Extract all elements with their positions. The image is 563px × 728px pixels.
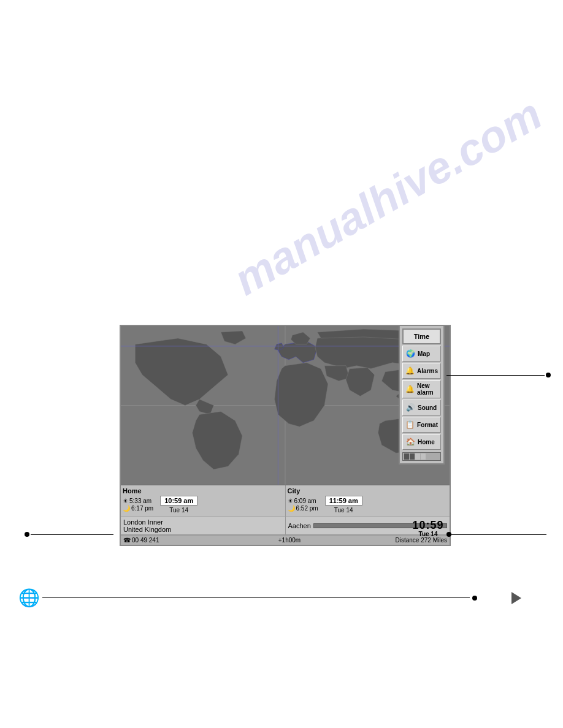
home-btn-label: Home — [418, 439, 435, 446]
city-section: City ☀ 6:09 am 🌙 6:52 pm 11:59 am — [286, 485, 450, 517]
format-btn-label: Format — [417, 422, 438, 428]
arrow-line-left-line — [31, 534, 113, 535]
battery-cell-1 — [404, 453, 409, 460]
bottom-line-section: 🌐 — [18, 588, 521, 608]
city-time-badge: 11:59 am — [325, 496, 362, 506]
city-label: City — [288, 487, 448, 495]
clock-line-right-dot — [446, 532, 451, 537]
city-date: Tue 14 — [334, 507, 353, 514]
sound-icon: 🔊 — [405, 403, 415, 412]
home-label: Home — [123, 487, 283, 495]
city-sunset: 6:52 pm — [296, 505, 318, 512]
alarms-btn-label: Alarms — [417, 368, 438, 374]
city-sun-times: ☀ 6:09 am 🌙 6:52 pm — [288, 498, 318, 512]
home-sun-times: ☀ 5:33 am 🌙 6:17 pm — [123, 498, 153, 512]
new-alarm-btn-label: New alarm — [417, 382, 438, 396]
battery-cell-4 — [421, 453, 426, 460]
sidebar-item-map[interactable]: 🌍 Map — [402, 346, 441, 362]
map-btn-label: Map — [418, 351, 430, 357]
sidebar-item-format[interactable]: 📋 Format — [402, 417, 441, 433]
battery-cell-3 — [415, 453, 420, 460]
phone-icon: ☎ — [123, 537, 131, 544]
sunrise-icon-home: ☀ — [123, 498, 128, 504]
home-time-badge: 10:59 am — [160, 496, 197, 506]
sidebar-item-sound[interactable]: 🔊 Sound — [402, 400, 441, 415]
clock-line-right — [446, 532, 546, 537]
sound-btn-label: Sound — [418, 404, 437, 411]
sunset-icon-city: 🌙 — [288, 505, 295, 512]
time-offset: +1h00m — [237, 537, 342, 544]
battery-indicator — [402, 452, 441, 461]
clock-time-display: 10:59 — [410, 520, 446, 531]
info-panel: Home ☀ 5:33 am 🌙 6:17 pm 10:59 am — [121, 485, 450, 545]
time-btn-label: Time — [414, 333, 429, 340]
arrow-line-right-line — [446, 375, 545, 376]
sidebar: Time 🌍 Map 🔔 Alarms 🔔 New alarm 🔊 Sound … — [399, 325, 445, 464]
battery-cell-2 — [410, 453, 415, 460]
digital-clock: 10:59 Tue 14 — [410, 520, 446, 537]
location-names-row: London Inner United Kingdom Aachen — [121, 517, 450, 535]
clock-date-display: Tue 14 — [410, 531, 446, 537]
home-location[interactable]: London Inner United Kingdom — [121, 517, 286, 534]
city-sunrise: 6:09 am — [294, 498, 316, 504]
home-location-line2: United Kingdom — [123, 526, 283, 533]
map-icon: 🌍 — [405, 349, 415, 358]
sunset-icon-home: 🌙 — [123, 505, 130, 512]
new-alarm-icon: 🔔 — [405, 384, 415, 394]
sunrise-icon-city: ☀ — [288, 498, 293, 504]
alarms-icon: 🔔 — [405, 366, 415, 376]
home-date: Tue 14 — [169, 507, 188, 514]
phone-number: 00 49 241 — [132, 537, 237, 544]
home-sunset: 6:17 pm — [131, 505, 153, 512]
sidebar-item-time[interactable]: Time — [402, 328, 441, 344]
sidebar-item-home[interactable]: 🏠 Home — [402, 434, 441, 450]
clock-line-right-line — [451, 534, 546, 535]
format-icon: 📋 — [405, 420, 415, 430]
play-button[interactable] — [511, 592, 521, 604]
city-location-line1: Aachen — [288, 522, 311, 529]
status-row: ☎ 00 49 241 +1h00m Distance 272 Miles — [121, 535, 450, 545]
home-location-line1: London Inner — [123, 518, 283, 526]
distance-text: Distance 272 Miles — [342, 537, 447, 544]
bottom-line — [42, 597, 470, 598]
arrow-line-left — [25, 532, 113, 537]
watermark: manualhive.com — [225, 88, 550, 305]
sidebar-item-new-alarm[interactable]: 🔔 New alarm — [402, 380, 441, 398]
home-icon: 🏠 — [405, 437, 415, 447]
sidebar-item-alarms[interactable]: 🔔 Alarms — [402, 363, 441, 379]
home-sunrise: 5:33 am — [129, 498, 151, 504]
arrow-line-left-dot — [25, 532, 29, 537]
globe-icon: 🌐 — [18, 588, 40, 608]
bottom-dot — [472, 596, 477, 601]
home-section: Home ☀ 5:33 am 🌙 6:17 pm 10:59 am — [121, 485, 286, 517]
arrow-line-right — [446, 373, 551, 377]
arrow-line-right-dot — [546, 373, 551, 377]
